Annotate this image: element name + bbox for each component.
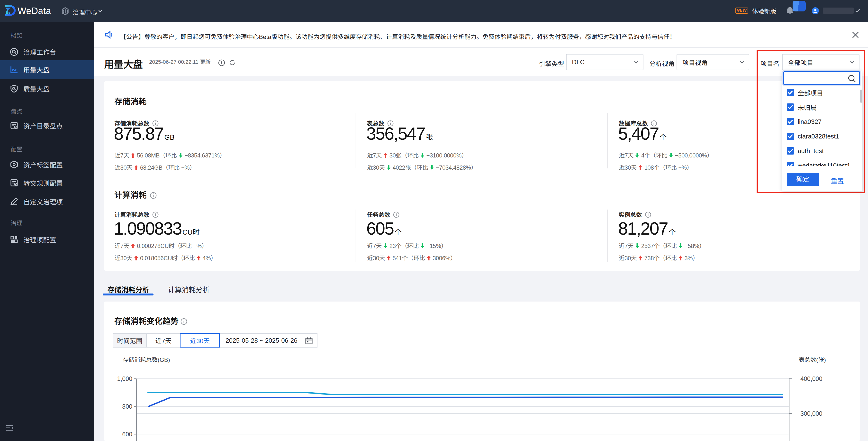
svg-text:600: 600 <box>122 431 132 438</box>
svg-text:1,000: 1,000 <box>117 375 132 382</box>
svg-text:300,000: 300,000 <box>800 410 822 417</box>
svg-text:400,000: 400,000 <box>800 375 822 382</box>
svg-text:800: 800 <box>122 403 132 410</box>
